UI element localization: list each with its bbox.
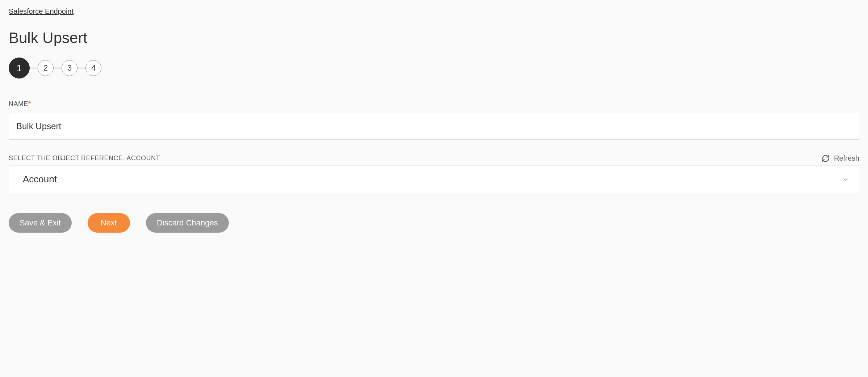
breadcrumb-link[interactable]: Salesforce Endpoint <box>9 7 74 16</box>
chevron-down-icon <box>842 176 849 183</box>
name-field-label: NAME* <box>9 100 859 108</box>
step-connector <box>30 68 38 68</box>
action-button-row: Save & Exit Next Discard Changes <box>9 213 859 233</box>
step-connector <box>54 68 62 68</box>
object-reference-select[interactable]: Account <box>9 165 859 193</box>
refresh-button[interactable]: Refresh <box>822 154 859 162</box>
step-4[interactable]: 4 <box>85 60 101 76</box>
name-input[interactable] <box>9 113 859 140</box>
step-connector <box>77 68 85 68</box>
refresh-label: Refresh <box>834 154 859 162</box>
step-2[interactable]: 2 <box>38 60 54 76</box>
step-indicator: 1 2 3 4 <box>9 58 859 79</box>
refresh-icon <box>822 154 830 162</box>
name-label-text: NAME <box>9 100 28 107</box>
step-1[interactable]: 1 <box>9 58 30 79</box>
next-button[interactable]: Next <box>88 213 130 233</box>
save-exit-button[interactable]: Save & Exit <box>9 213 72 233</box>
object-reference-selected-value: Account <box>23 174 57 185</box>
object-reference-label: SELECT THE OBJECT REFERENCE: ACCOUNT <box>9 154 160 162</box>
step-3[interactable]: 3 <box>62 60 77 76</box>
required-asterisk: * <box>28 100 31 107</box>
discard-changes-button[interactable]: Discard Changes <box>146 213 229 233</box>
page-title: Bulk Upsert <box>9 29 859 47</box>
